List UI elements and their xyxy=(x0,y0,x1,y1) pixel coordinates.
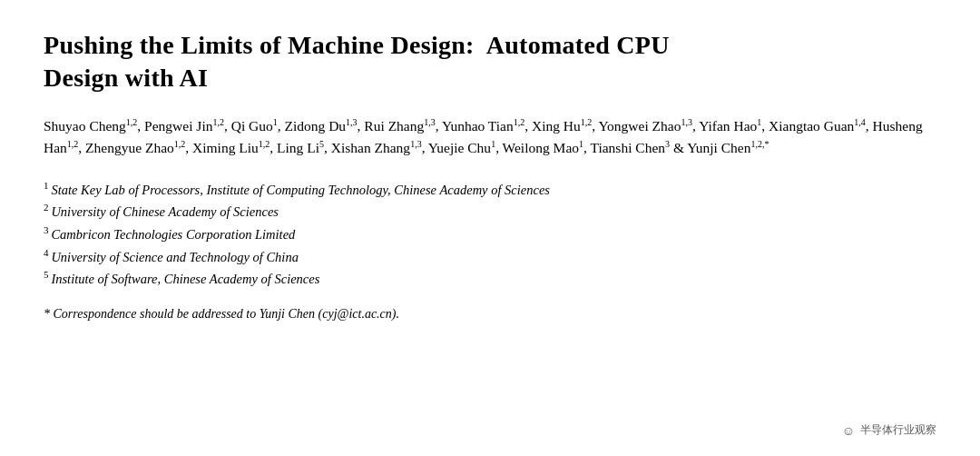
watermark-icon: ☺ xyxy=(842,423,855,438)
affiliation-3: 3 Cambricon Technologies Corporation Lim… xyxy=(44,223,936,246)
affiliation-2: 2 University of Chinese Academy of Scien… xyxy=(44,201,936,223)
correspondence-block: * Correspondence should be addressed to … xyxy=(44,307,936,322)
paper-container: Pushing the Limits of Machine Design: Au… xyxy=(0,0,980,456)
affiliation-4: 4 University of Science and Technology o… xyxy=(44,246,936,269)
affiliation-5: 5 Institute of Software, Chinese Academy… xyxy=(44,268,936,291)
watermark-text: 半导体行业观察 xyxy=(860,422,936,438)
paper-title: Pushing the Limits of Machine Design: Au… xyxy=(44,29,936,95)
affiliation-1: 1 State Key Lab of Processors, Institute… xyxy=(44,179,936,202)
authors-block: Shuyao Cheng1,2, Pengwei Jin1,2, Qi Guo1… xyxy=(44,115,936,159)
watermark: ☺ 半导体行业观察 xyxy=(842,422,936,438)
affiliations-block: 1 State Key Lab of Processors, Institute… xyxy=(44,179,936,291)
